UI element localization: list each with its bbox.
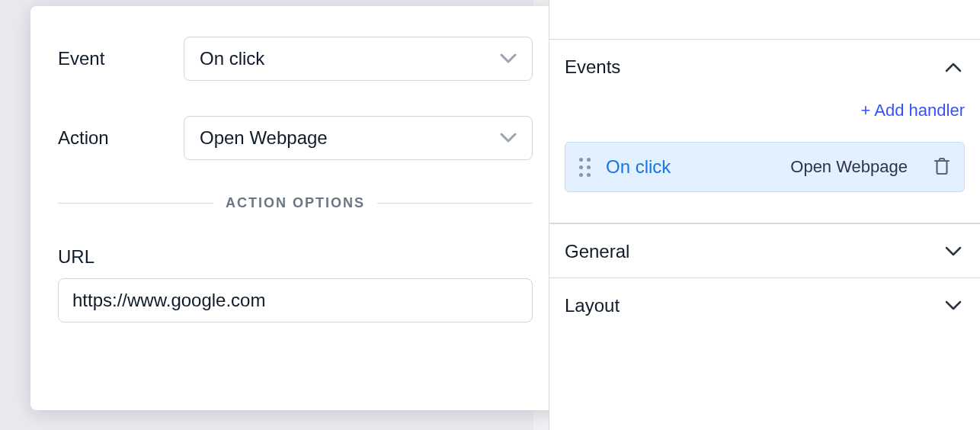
event-label: Event	[58, 48, 184, 69]
general-section-header[interactable]: General	[549, 223, 980, 278]
delete-handler-button[interactable]	[934, 157, 950, 177]
sidepanel-top-spacer	[549, 0, 980, 40]
chevron-up-icon	[945, 62, 962, 72]
action-select-value: Open Webpage	[200, 127, 328, 149]
action-label: Action	[58, 127, 184, 149]
events-section-title: Events	[565, 56, 620, 78]
url-input[interactable]	[58, 278, 533, 322]
handler-card[interactable]: On click Open Webpage	[565, 142, 965, 192]
events-section-header[interactable]: Events	[549, 40, 980, 93]
chevron-down-icon	[945, 300, 962, 311]
divider-line	[377, 203, 533, 204]
divider-label: ACTION OPTIONS	[213, 195, 377, 211]
action-options-divider: ACTION OPTIONS	[58, 195, 533, 211]
general-section-title: General	[565, 241, 629, 262]
layout-section-title: Layout	[565, 295, 620, 316]
svg-rect-0	[937, 161, 947, 174]
drag-handle-icon[interactable]	[579, 158, 591, 177]
url-label: URL	[58, 246, 533, 268]
layout-section-header[interactable]: Layout	[549, 278, 980, 332]
chevron-down-icon	[500, 133, 517, 143]
handler-event-label: On click	[606, 156, 671, 178]
url-field: URL	[58, 246, 533, 322]
event-field-row: Event On click	[58, 37, 533, 81]
event-select-value: On click	[200, 48, 264, 69]
handler-action-label: Open Webpage	[790, 157, 908, 177]
chevron-down-icon	[945, 246, 962, 257]
trash-icon	[934, 157, 950, 177]
action-field-row: Action Open Webpage	[58, 116, 533, 160]
action-select[interactable]: Open Webpage	[184, 116, 533, 160]
properties-sidepanel: Events + Add handler On click Open Webpa…	[549, 0, 980, 430]
add-handler-button[interactable]: + Add handler	[565, 101, 965, 120]
event-config-popup: Event On click Action Open Webpage ACTIO…	[30, 6, 560, 410]
divider-line	[58, 203, 213, 204]
chevron-down-icon	[500, 53, 517, 64]
event-select[interactable]: On click	[184, 37, 533, 81]
events-section-body: + Add handler On click Open Webpage	[549, 93, 980, 223]
